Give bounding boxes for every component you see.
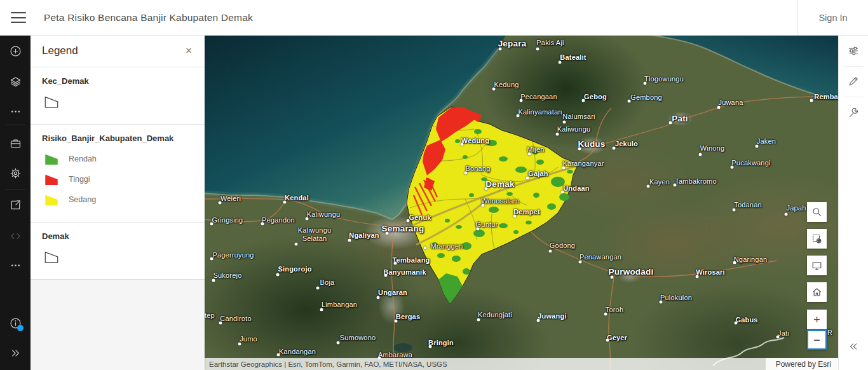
notification-badge bbox=[17, 325, 24, 331]
map-place-label: Jepara bbox=[498, 39, 527, 49]
add-circle-icon[interactable] bbox=[0, 38, 31, 64]
map-place-label: Tambakromo bbox=[675, 177, 717, 186]
place-marker-dot bbox=[606, 339, 609, 342]
place-marker-dot bbox=[699, 153, 702, 156]
map-place-label: Singorojo bbox=[278, 265, 311, 273]
place-marker-dot bbox=[562, 167, 566, 170]
map-place-label: Ngaliyan bbox=[349, 231, 379, 240]
map-place-label: Sumowono bbox=[340, 334, 376, 342]
legend-section: Demak bbox=[31, 223, 205, 280]
edit-icon[interactable] bbox=[839, 69, 868, 94]
legend-class-row: Sedang bbox=[43, 191, 193, 208]
sign-in-button[interactable]: Sign In bbox=[797, 0, 868, 35]
place-marker-dot bbox=[582, 99, 585, 102]
map-place-label: Geyer bbox=[607, 334, 627, 342]
screen-icon[interactable] bbox=[807, 256, 827, 275]
map-place-label: Toroh bbox=[606, 306, 624, 314]
map-place-label: Kendal bbox=[285, 194, 309, 202]
legend-section: Risiko_Banjir_Kabupaten_DemakRendahTingg… bbox=[31, 125, 205, 223]
overflow-menu-icon[interactable] bbox=[0, 252, 31, 278]
map-place-label: Kaliwungu bbox=[307, 210, 341, 219]
polygon-outline-swatch bbox=[43, 93, 60, 110]
close-icon[interactable]: × bbox=[182, 43, 196, 58]
map-place-label: Undaan bbox=[563, 184, 590, 193]
legend-sections: Kec_DemakRisiko_Banjir_Kabupaten_DemakRe… bbox=[31, 67, 205, 280]
map-place-label: Candiroto bbox=[220, 315, 252, 323]
place-marker-dot bbox=[337, 341, 340, 345]
left-toolbar bbox=[0, 35, 31, 370]
place-marker-dot bbox=[733, 209, 736, 212]
place-marker-dot bbox=[717, 106, 721, 109]
toolbar-separator bbox=[844, 97, 863, 97]
map-place-label: Wedung bbox=[461, 137, 489, 145]
place-marker-dot bbox=[210, 257, 214, 261]
map-place-label: Ngaringan bbox=[734, 256, 768, 264]
place-marker-dot bbox=[429, 345, 432, 348]
legend-title: Legend bbox=[42, 45, 78, 57]
map-place-label: Gringsing bbox=[212, 216, 243, 224]
layers-icon[interactable] bbox=[0, 69, 31, 94]
place-marker-dot bbox=[499, 48, 502, 51]
place-marker-dot bbox=[485, 188, 488, 191]
color-swatch bbox=[43, 171, 60, 188]
place-marker-dot bbox=[210, 223, 214, 226]
map-place-label: Jaken bbox=[757, 137, 776, 146]
search-icon[interactable] bbox=[807, 202, 827, 222]
map-place-label: Pulokulon bbox=[660, 294, 692, 302]
map-place-label: Pegandon bbox=[262, 216, 295, 224]
code-icon bbox=[0, 223, 31, 249]
legend-layer-title: Kec_Demak bbox=[42, 76, 193, 86]
toolbox-icon[interactable] bbox=[0, 130, 31, 156]
export-icon[interactable] bbox=[0, 192, 31, 217]
home-icon[interactable] bbox=[807, 282, 827, 302]
place-marker-dot bbox=[563, 121, 566, 124]
map-place-label: Juwangi bbox=[538, 312, 566, 320]
place-marker-dot bbox=[785, 213, 788, 216]
place-marker-dot bbox=[320, 308, 323, 312]
collapse-icon[interactable] bbox=[839, 334, 868, 359]
place-marker-dot bbox=[536, 48, 539, 51]
zoom-out-icon[interactable]: − bbox=[807, 330, 827, 350]
place-marker-dot bbox=[492, 88, 496, 91]
map-place-label: Pati bbox=[672, 114, 688, 124]
place-marker-dot bbox=[277, 353, 280, 357]
wrench-icon[interactable] bbox=[839, 100, 868, 126]
legend-panel: Legend × Kec_DemakRisiko_Banjir_Kabupate… bbox=[31, 35, 205, 370]
toolbar-separator bbox=[5, 125, 25, 125]
map-place-label: Gajah bbox=[528, 170, 548, 178]
map-view[interactable]: JeparaPakis AjiBatealitKedungPecangaanGe… bbox=[205, 35, 839, 370]
attribution-text: Earthstar Geographics | Esri, TomTom, Ga… bbox=[205, 360, 447, 368]
map-place-label: Jati bbox=[778, 329, 789, 338]
map-place-label: Kandangan bbox=[279, 348, 316, 356]
map-place-label: Pucakwangi bbox=[731, 159, 770, 167]
map-place-label: Genuk bbox=[409, 214, 431, 222]
place-marker-dot bbox=[537, 319, 540, 322]
place-marker-dot bbox=[604, 313, 607, 316]
sliders-icon[interactable] bbox=[839, 38, 868, 64]
map-place-label: Weleri bbox=[220, 195, 241, 203]
basemap-icon[interactable] bbox=[807, 229, 827, 249]
info-icon[interactable] bbox=[0, 310, 31, 336]
gear-icon[interactable] bbox=[0, 160, 31, 186]
attribution-bar: Earthstar Geographics | Esri, TomTom, Ga… bbox=[205, 358, 839, 370]
place-marker-dot bbox=[756, 145, 759, 148]
menu-icon[interactable] bbox=[11, 12, 26, 23]
place-marker-dot bbox=[647, 185, 650, 188]
place-marker-dot bbox=[477, 319, 480, 322]
place-marker-dot bbox=[578, 147, 581, 151]
place-marker-dot bbox=[461, 143, 464, 146]
map-place-label: Kaliwungu Selatan bbox=[298, 226, 332, 242]
polygon-outline-swatch bbox=[43, 249, 60, 265]
map-place-label: Kaliwungu bbox=[557, 125, 591, 134]
expand-icon[interactable] bbox=[0, 340, 31, 366]
place-marker-dot bbox=[261, 223, 264, 226]
map-place-label: Jumo bbox=[240, 335, 257, 343]
toolbar-separator bbox=[844, 66, 863, 67]
place-marker-dot bbox=[212, 279, 215, 282]
place-marker-dot bbox=[348, 239, 351, 242]
zoom-in-icon[interactable]: + bbox=[807, 310, 827, 329]
overflow-menu-icon[interactable] bbox=[0, 99, 31, 124]
map-place-label: Tembalang bbox=[392, 256, 430, 264]
place-marker-dot bbox=[306, 217, 309, 221]
legend-class-label: Rendah bbox=[69, 154, 97, 163]
